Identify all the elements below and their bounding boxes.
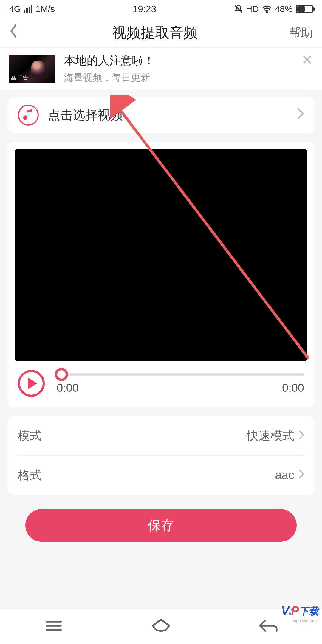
signal-icon [24,5,32,13]
chevron-right-icon [298,108,304,122]
format-label: 格式 [18,467,275,483]
format-row[interactable]: 格式 aac [7,456,315,495]
status-right: HD 48% [234,4,313,14]
ad-subtitle: 海量视频，每日更新 [64,71,155,84]
hd-label: HD [246,4,259,14]
format-value: aac [275,468,295,482]
mode-label: 模式 [18,428,247,444]
timeline: 0:00 0:00 [57,373,304,394]
current-time: 0:00 [57,382,79,394]
svg-marker-2 [11,75,16,80]
network-type: 4G [9,4,21,14]
save-button[interactable]: 保存 [25,509,297,542]
back-button[interactable] [9,24,27,42]
select-video-label: 点击选择视频 [48,107,298,123]
clock: 19:23 [132,4,156,15]
home-button[interactable] [151,615,171,637]
battery-percent: 48% [275,4,293,14]
watermark: VIP下载 viphuiyuan.cc [281,604,318,623]
ad-text: 本地的人注意啦！ 海量视频，每日更新 [64,53,155,84]
slider-thumb[interactable] [55,368,68,381]
save-label: 保存 [148,517,174,534]
chevron-right-icon [299,430,304,442]
total-time: 0:00 [282,382,304,394]
status-left: 4G 1M/s [9,4,55,14]
sys-back-button[interactable] [258,615,279,637]
ad-thumbnail: 广告 [9,55,55,83]
nav-bar: 视频提取音频 帮助 [0,18,322,48]
ad-banner[interactable]: 广告 本地的人注意啦！ 海量视频，每日更新 ✕ [0,48,322,90]
select-video-row[interactable]: 点击选择视频 [7,97,315,133]
mute-icon [234,4,243,13]
player-card: 0:00 0:00 [7,142,315,407]
help-button[interactable]: 帮助 [283,24,313,41]
ad-title: 本地的人注意啦！ [64,53,155,68]
mode-row[interactable]: 模式 快速模式 [7,416,315,455]
settings-card: 模式 快速模式 格式 aac [7,416,315,495]
menu-button[interactable] [43,615,64,637]
status-bar: 4G 1M/s 19:23 HD 48% [0,0,322,18]
player-controls: 0:00 0:00 [15,361,307,400]
battery-icon [296,5,313,13]
ad-badge: 广告 [11,74,28,81]
mode-value: 快速模式 [247,428,294,444]
close-icon[interactable]: ✕ [301,53,313,67]
system-nav [0,608,322,644]
music-icon [18,105,39,126]
play-icon [28,377,37,389]
video-preview[interactable] [15,149,307,361]
svg-point-1 [266,12,267,13]
network-speed: 1M/s [35,4,55,14]
seek-slider[interactable] [57,373,304,376]
page-title: 视频提取音频 [27,23,283,42]
wifi-icon [262,4,272,13]
chevron-right-icon [299,469,304,481]
play-button[interactable] [18,370,45,397]
